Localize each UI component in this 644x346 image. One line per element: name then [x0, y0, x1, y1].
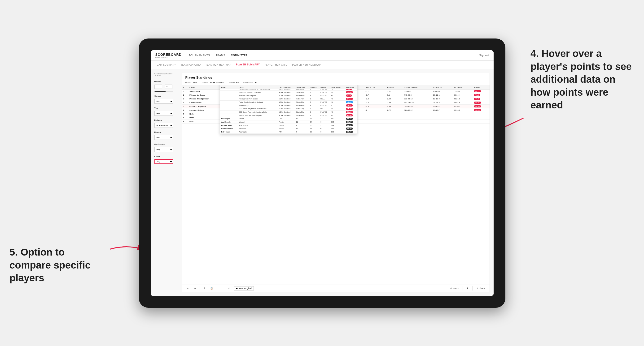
- tooltip-cell-rounds: 24: [309, 117, 319, 120]
- share-button[interactable]: ⬆ Share: [475, 287, 486, 290]
- sub-nav-player-summary[interactable]: PLAYER SUMMARY: [236, 62, 260, 67]
- cell-points[interactable]: [473, 116, 489, 120]
- separator-icon: |: [476, 54, 477, 57]
- cell-avg-sg: [386, 116, 403, 120]
- cell-points[interactable]: [473, 120, 489, 123]
- tooltip-cell-div: NCAA Division I: [278, 110, 295, 114]
- nav-committee[interactable]: COMMITTEE: [231, 53, 248, 58]
- year-select[interactable]: (All) First Second Third Fourth: [154, 111, 173, 116]
- col-rank: #: [182, 85, 188, 90]
- undo-button[interactable]: ↩: [186, 287, 190, 290]
- nav-tournaments[interactable]: TOURNAMENTS: [189, 53, 210, 58]
- cell-rank: 4: [182, 101, 188, 104]
- tooltip-cell-status: PLAYED: [319, 110, 330, 114]
- sign-out-link[interactable]: Sign out: [479, 54, 488, 57]
- filter-region: Region: All: [229, 81, 239, 83]
- nav-teams[interactable]: TEAMS: [216, 53, 225, 58]
- cell-points[interactable]: 88.34: [473, 101, 489, 104]
- tooltip-cell-status: 0: [319, 130, 330, 134]
- timer-button[interactable]: ⏱: [226, 287, 232, 290]
- copy-button[interactable]: ⧉: [202, 286, 206, 290]
- cell-vs25: [432, 112, 452, 116]
- tooltip-cell-status: PLAYED: [319, 100, 330, 104]
- tooltip-cell-rank: +1: [330, 90, 345, 94]
- cell-points[interactable]: 76.3: [473, 93, 489, 97]
- paste-button[interactable]: 📋: [209, 287, 214, 290]
- cell-avg-sg: 2.34: [386, 104, 403, 108]
- toolbar-separator-2: [224, 286, 224, 291]
- tooltip-cell-event: SEC Stroke Play hosted by Jerry Pate: [238, 110, 278, 114]
- tooltip-popup: Player Event Event Division Event Type R…: [220, 85, 357, 134]
- tooltip-cell-rank: +1: [330, 114, 345, 117]
- cell-rank: 5: [182, 104, 188, 108]
- col-vs50: Vs Top 50: [452, 85, 473, 90]
- more-button[interactable]: ⋯: [217, 287, 222, 290]
- conference-label: Conference: [154, 143, 178, 145]
- no-rds-max-input[interactable]: [165, 85, 172, 89]
- cell-vs50: [452, 120, 473, 123]
- cell-vs50: [452, 116, 473, 120]
- no-rds-slider[interactable]: [154, 91, 173, 92]
- cell-vs25: 27-10-2: [432, 104, 452, 108]
- no-rds-min-input[interactable]: [154, 85, 162, 89]
- cell-rank: 8: [182, 116, 188, 120]
- sub-nav-team-h2h-heatmap[interactable]: TEAM H2H HEATMAP: [206, 63, 231, 67]
- download-button[interactable]: ⬇: [465, 287, 470, 290]
- view-original-button[interactable]: ▶ View: Original: [234, 286, 254, 291]
- filters-sidebar: Update time: 27/01/2024 16:56:26 No Rds.…: [154, 73, 178, 292]
- logo-area: SCOREBOARD Powered by clippi: [156, 53, 182, 58]
- watch-button[interactable]: 👁 Watch: [449, 287, 460, 290]
- tooltip-cell-points: 65.40: [345, 114, 357, 117]
- col-points: Points: [473, 85, 489, 90]
- standings-table: # Player School Yr Reg Rank Conf Rank No…: [182, 85, 490, 285]
- cell-points[interactable]: 80.89: [473, 104, 489, 108]
- tooltip-cell-event: Washington: [238, 130, 278, 134]
- cell-vs25: [432, 120, 452, 123]
- tablet-device: SCOREBOARD Powered by clippi TOURNAMENTS…: [139, 38, 506, 308]
- tooltip-cell-points: 48.50: [345, 100, 357, 104]
- player-select[interactable]: (All): [154, 159, 173, 164]
- tooltip-cell-rank: +0: [330, 94, 345, 97]
- cell-vs25: 12-12-0: [432, 97, 452, 101]
- tooltip-cell-player: Cole Sherwood: [220, 127, 238, 130]
- sub-nav-team-h2h-grid[interactable]: TEAM H2H GRID: [181, 63, 201, 67]
- sub-nav-team-summary[interactable]: TEAM SUMMARY: [156, 63, 176, 67]
- cell-vs50: 35-16-4: [452, 93, 473, 97]
- cell-points[interactable]: 68.18: [473, 108, 489, 112]
- conference-select[interactable]: (All): [154, 147, 173, 152]
- cell-vs25: 29-15-0: [432, 89, 452, 93]
- cell-vs50: 23-21-0: [452, 97, 473, 101]
- sub-nav-player-h2h-heatmap[interactable]: PLAYER H2H HEATMAP: [292, 63, 321, 67]
- cell-vs25: 19-11-1: [432, 93, 452, 97]
- gender-select[interactable]: Men Women: [154, 99, 173, 104]
- cell-avg-sg: [386, 120, 403, 123]
- sub-nav-player-h2h-grid[interactable]: PLAYER H2H GRID: [265, 63, 288, 67]
- tooltip-cell-status: PLAYED: [319, 104, 330, 107]
- cell-avg-sg: 3.07: [386, 89, 403, 93]
- tooltip-cell-div: NCAA Division I: [278, 94, 295, 97]
- tooltip-cell-points: 57.5: [345, 94, 357, 97]
- eye-icon: 👁: [450, 287, 452, 290]
- tooltip-cell-div: Fourth: [278, 124, 295, 127]
- cell-rank: 1: [182, 89, 188, 93]
- division-select[interactable]: NCAA Division I NCAA Division II NCAA Di…: [154, 123, 173, 128]
- cell-vs50: [452, 112, 473, 116]
- content-panel: Update time: 27/01/2024 16:56:26 No Rds.…: [151, 69, 494, 296]
- region-select[interactable]: N/A All: [154, 135, 173, 140]
- tooltip-cell-div: Fourth: [278, 120, 295, 124]
- cell-points[interactable]: 70.2: [473, 97, 489, 101]
- tooltip-cell-type: Match Play: [295, 107, 309, 110]
- tooltip-cell-event: The Cypress Point Classic: [238, 97, 278, 100]
- tooltip-cell-event: Williams Cup: [238, 104, 278, 107]
- tooltip-cell-player: [220, 100, 238, 104]
- cell-points[interactable]: 88.27: [473, 89, 489, 93]
- tooltip-cell-event: Florida: [238, 117, 278, 120]
- redo-button[interactable]: ↪: [192, 287, 197, 290]
- tooltip-cell-type: Stroke Play: [295, 100, 309, 104]
- cell-points[interactable]: [473, 112, 489, 116]
- tooltip-cell-div: Third: [278, 117, 295, 120]
- tooltip-cell-div: NCAA Division I: [278, 104, 295, 107]
- tooltip-cell-rank: +0: [330, 107, 345, 110]
- tooltip-cell-points: 80.02: [345, 124, 357, 127]
- tooltip-cell-rounds: 3: [309, 104, 319, 107]
